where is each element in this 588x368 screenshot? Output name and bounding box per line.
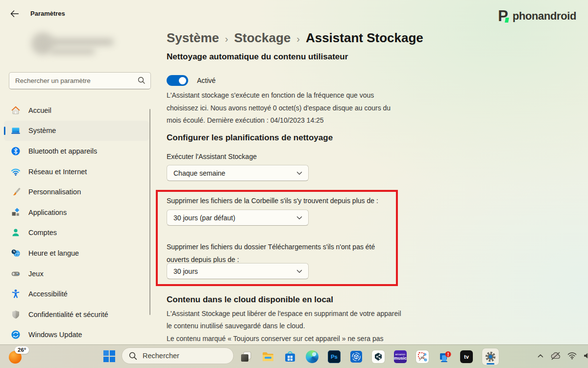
microsoft-store-icon[interactable] (284, 350, 296, 363)
taskbar-search-label: Rechercher (143, 352, 179, 360)
run-storage-sense-label: Exécuter l'Assistant Stockage (167, 153, 257, 160)
downloads-label: Supprimer les fichiers du dossier Téléch… (167, 240, 396, 266)
recycle-bin-value: 30 jours (par défaut) (173, 214, 235, 222)
toggle-knob (179, 77, 186, 84)
run-frequency-dropdown[interactable]: Chaque semaine (167, 165, 309, 181)
sidebar-item-label: Confidentialité et sécurité (28, 311, 108, 318)
phonandroid-logo-mark: P (498, 8, 508, 25)
chevron-down-icon (296, 216, 302, 220)
sidebar-item-reseau[interactable]: Réseau et Internet (4, 161, 149, 182)
storage-sense-description: L'Assistant stockage s'exécute en foncti… (167, 89, 401, 127)
photoshop-icon[interactable]: Ps (328, 350, 341, 363)
sidebar-item-label: Heure et langue (28, 249, 79, 257)
apps-icon (11, 208, 21, 217)
chevron-down-icon (296, 171, 302, 175)
taskbar-search[interactable]: Rechercher (122, 347, 234, 364)
window-title: Paramètres (30, 10, 65, 17)
cloud-description-2: Le contenu marqué « Toujours conserver s… (167, 333, 412, 345)
chevron-down-icon (296, 269, 302, 273)
apple-tv-icon[interactable]: tv (460, 350, 473, 363)
sidebar-item-label: Jeux (28, 270, 44, 278)
accounts-icon (11, 228, 21, 237)
sidebar-item-comptes[interactable]: Comptes (4, 223, 149, 243)
search-input[interactable] (9, 72, 151, 89)
sidebar-item-personnalisation[interactable]: Personnalisation (4, 182, 149, 202)
privacy-icon (11, 310, 21, 319)
amazon-music-icon[interactable]: amazon music (394, 350, 407, 363)
toggle-state-label: Activé (197, 77, 216, 84)
volume-icon[interactable] (583, 352, 588, 360)
recycle-bin-dropdown[interactable]: 30 jours (par défaut) (167, 210, 309, 226)
bluetooth-icon (11, 146, 21, 156)
cloud-section-heading: Contenu dans le cloud disponible en loca… (167, 295, 333, 305)
settings-active-indicator (487, 363, 494, 365)
back-button[interactable] (8, 7, 21, 20)
sidebar-item-accessibilite[interactable]: Accessibilité (4, 284, 149, 304)
settings-search (9, 72, 151, 89)
network-icon (11, 167, 21, 177)
accessibility-icon (11, 289, 21, 299)
settings-window: Paramètres P phonandroid Accueil Système… (0, 0, 588, 368)
downloads-value: 30 jours (173, 267, 198, 275)
personalization-icon (11, 187, 21, 197)
temperature-badge: 26° (15, 346, 29, 354)
sidebar-item-label: Système (28, 127, 56, 134)
search-icon (129, 352, 137, 360)
sidebar-nav: Accueil Système Bluetooth et appareils R… (4, 100, 149, 345)
page-title: Assistant Stockage (306, 30, 423, 46)
sidebar-item-label: Accueil (28, 106, 51, 114)
sidebar-item-bluetooth[interactable]: Bluetooth et appareils (4, 141, 149, 161)
breadcrumb-stockage[interactable]: Stockage (234, 30, 291, 46)
sidebar-item-heure-langue[interactable]: Heure et langue (4, 243, 149, 263)
sidebar-item-systeme[interactable]: Système (4, 121, 149, 141)
cloud-off-icon[interactable] (550, 351, 561, 360)
taskbar-app-icons: Ps amazon music tv (240, 348, 499, 365)
schedule-section-heading: Configurer les planifications de nettoya… (167, 133, 333, 143)
sidebar-item-confidentialite[interactable]: Confidentialité et sécurité (4, 304, 149, 325)
box-app-icon[interactable] (350, 350, 363, 363)
sidebar-item-label: Comptes (28, 229, 57, 237)
phonandroid-logo-text: phonandroid (513, 10, 576, 23)
phonandroid-logo: P phonandroid (498, 8, 576, 25)
breadcrumb: Système › Stockage › Assistant Stockage (167, 30, 423, 46)
storage-sense-toggle-row: Activé (167, 75, 216, 86)
storage-sense-toggle[interactable] (167, 75, 188, 86)
settings-gear-icon[interactable] (482, 348, 499, 365)
snipping-tool-icon[interactable] (416, 350, 429, 363)
breadcrumb-systeme[interactable]: Système (167, 30, 219, 46)
sidebar-item-label: Réseau et Internet (28, 168, 87, 176)
sidebar-scrollbar[interactable] (149, 109, 150, 315)
sidebar-item-jeux[interactable]: Jeux (4, 263, 149, 284)
breadcrumb-separator: › (225, 33, 228, 45)
weather-widget[interactable]: 26° (8, 346, 33, 368)
sidebar-item-accueil[interactable]: Accueil (4, 100, 149, 121)
cloud-description: L'Assistant Stockage peut libérer de l'e… (167, 308, 403, 332)
file-explorer-icon[interactable] (262, 350, 274, 363)
account-email-blurred (50, 49, 95, 54)
start-button[interactable] (103, 350, 115, 362)
windows-update-icon (11, 330, 21, 340)
wifi-icon[interactable] (567, 352, 577, 360)
sidebar-item-label: Personnalisation (28, 188, 81, 196)
task-view-icon[interactable] (240, 350, 252, 363)
home-icon (11, 105, 21, 115)
breadcrumb-separator: › (296, 33, 300, 45)
gaming-icon (11, 269, 21, 279)
sidebar-item-label: Windows Update (28, 331, 82, 339)
account-name-blurred (48, 38, 114, 46)
share-app-icon[interactable] (372, 350, 385, 363)
apple-tv-label: tv (464, 354, 469, 360)
sidebar-item-label: Accessibilité (28, 290, 68, 298)
selected-accent-bar (4, 127, 5, 135)
music-label: music (394, 356, 407, 361)
photoshop-label: Ps (331, 354, 338, 360)
sidebar-item-label: Applications (28, 209, 67, 216)
recycle-bin-label: Supprimer les fichiers de la Corbeille s… (167, 197, 401, 205)
chevron-up-icon[interactable] (537, 353, 544, 359)
device-alert-icon[interactable] (438, 350, 451, 363)
edge-icon[interactable] (306, 350, 318, 363)
sidebar-item-applications[interactable]: Applications (4, 202, 149, 223)
sidebar-item-windows-update[interactable]: Windows Update (4, 325, 149, 345)
time-language-icon (11, 248, 21, 258)
downloads-dropdown[interactable]: 30 jours (167, 263, 309, 279)
